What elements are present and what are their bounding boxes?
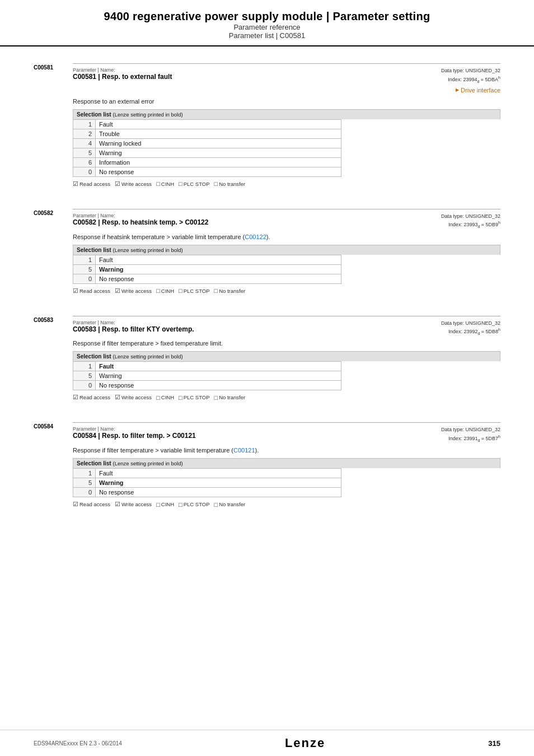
access-flag-label: No transfer — [219, 394, 245, 400]
drive-interface-link[interactable]: Drive interface — [73, 87, 500, 94]
row-label: Warning — [96, 371, 341, 381]
checkbox-unchecked-icon — [156, 287, 160, 294]
param-label-small: Parameter | Name: — [73, 320, 194, 325]
param-name: C00582 | Resp. to heatsink temp. > C0012… — [73, 218, 208, 226]
access-flag-label: No transfer — [219, 181, 245, 187]
row-label: Warning — [96, 148, 341, 157]
access-flag-label: No transfer — [219, 288, 245, 294]
access-flag-plc_stop: PLC STOP — [179, 180, 209, 187]
selection-table: 1Fault5Warning0No response — [73, 255, 341, 284]
access-flag-plc_stop: PLC STOP — [179, 501, 209, 508]
row-value: 1 — [73, 119, 96, 129]
access-flag-cinh: CINH — [156, 501, 174, 508]
checkbox-checked-icon — [73, 501, 78, 508]
checkbox-checked-icon — [115, 394, 120, 401]
access-flag-label: Write access — [121, 394, 152, 400]
row-value: 4 — [73, 138, 96, 148]
access-flag-cinh: CINH — [156, 287, 174, 294]
selection-list-header: Selection list (Lenze setting printed in… — [73, 109, 500, 119]
access-flag-label: Read access — [79, 501, 110, 507]
doc-id: EDS94ARNExxxx EN 2.3 - 06/2014 — [34, 740, 122, 746]
table-row: 5Warning — [73, 148, 341, 157]
selection-list-header: Selection list (Lenze setting printed in… — [73, 245, 500, 255]
row-label: Warning — [96, 264, 341, 274]
checkbox-unchecked-icon — [179, 287, 182, 294]
access-flag-label: PLC STOP — [184, 288, 210, 294]
access-flag-cinh: CINH — [156, 180, 174, 187]
selection-table: 1Fault2Trouble4Warning locked5Warning6In… — [73, 119, 341, 177]
row-label: No response — [96, 274, 341, 283]
access-flags: Read access Write access CINH PLC STOP N… — [73, 394, 500, 401]
param-data-type: Data type: UNSIGNED_32Index: 23991d = 5D… — [441, 426, 500, 444]
row-label: Trouble — [96, 129, 341, 138]
table-row: 0No response — [73, 381, 341, 390]
row-value: 1 — [73, 255, 96, 264]
row-value: 1 — [73, 469, 96, 478]
access-flags: Read access Write access CINH PLC STOP N… — [73, 501, 500, 508]
access-flag-label: PLC STOP — [184, 394, 210, 400]
page-number: 315 — [488, 739, 500, 748]
page-header: 9400 regenerative power supply module | … — [0, 0, 534, 46]
access-flag-read: Read access — [73, 501, 110, 508]
table-row: 5Warning — [73, 371, 341, 381]
table-row: 0No response — [73, 488, 341, 497]
table-row: 5Warning — [73, 478, 341, 488]
checkbox-unchecked-icon — [214, 394, 218, 401]
access-flag-label: Read access — [79, 288, 110, 294]
access-flag-write: Write access — [115, 394, 152, 401]
param-block-c00583: C00583Parameter | Name:C00583 | Resp. to… — [34, 316, 500, 407]
drive-interface-anchor[interactable]: Drive interface — [456, 87, 500, 94]
row-value: 5 — [73, 371, 96, 381]
param-content-c00581: Parameter | Name:C00581 | Resp. to exter… — [73, 63, 500, 188]
row-label: Fault — [96, 119, 341, 129]
access-flags: Read access Write access CINH PLC STOP N… — [73, 287, 500, 295]
access-flag-no_transfer: No transfer — [214, 180, 246, 187]
main-content: C00581Parameter | Name:C00581 | Resp. to… — [0, 63, 534, 552]
checkbox-unchecked-icon — [179, 501, 182, 508]
page-title: 9400 regenerative power supply module | … — [34, 10, 500, 23]
param-id-c00581: C00581 — [34, 63, 73, 188]
param-description: Response if filter temperature > variabl… — [73, 447, 500, 454]
access-flag-no_transfer: No transfer — [214, 394, 246, 401]
table-row: 1Fault — [73, 119, 341, 129]
selection-list-header: Selection list (Lenze setting printed in… — [73, 351, 500, 361]
row-value: 5 — [73, 148, 96, 157]
param-label-small: Parameter | Name: — [73, 426, 196, 432]
checkbox-unchecked-icon — [156, 394, 160, 401]
row-value: 0 — [73, 274, 96, 283]
table-row: 1Fault — [73, 469, 341, 478]
param-label-section: Parameter | Name:C00582 | Resp. to heats… — [73, 213, 208, 226]
access-flag-write: Write access — [115, 287, 152, 295]
checkbox-checked-icon — [115, 501, 120, 508]
row-value: 0 — [73, 488, 96, 497]
access-flag-no_transfer: No transfer — [214, 287, 246, 294]
param-label-small: Parameter | Name: — [73, 67, 172, 73]
access-flag-plc_stop: PLC STOP — [179, 287, 209, 294]
access-flag-label: PLC STOP — [184, 181, 210, 187]
param-link[interactable]: C00122 — [245, 234, 266, 240]
param-name: C00583 | Resp. to filter KTY overtemp. — [73, 325, 194, 333]
param-name: C00581 | Resp. to external fault — [73, 73, 172, 81]
access-flag-label: CINH — [161, 501, 174, 507]
table-row: 5Warning — [73, 264, 341, 274]
checkbox-checked-icon — [73, 287, 78, 295]
param-content-c00584: Parameter | Name:C00584 | Resp. to filte… — [73, 422, 500, 508]
param-header-row: Parameter | Name:C00584 | Resp. to filte… — [73, 426, 500, 444]
param-header-row: Parameter | Name:C00581 | Resp. to exter… — [73, 67, 500, 85]
access-flag-label: Write access — [121, 501, 152, 507]
access-flag-label: CINH — [161, 394, 174, 400]
selection-table: 1Fault5Warning0No response — [73, 361, 341, 390]
param-link[interactable]: C00121 — [233, 447, 255, 454]
param-block-c00582: C00582Parameter | Name:C00582 | Resp. to… — [34, 209, 500, 300]
param-id-c00582: C00582 — [34, 209, 73, 295]
row-label: Warning — [96, 478, 341, 488]
param-block-c00581: C00581Parameter | Name:C00581 | Resp. to… — [34, 63, 500, 193]
row-label: No response — [96, 488, 341, 497]
page-footer: EDS94ARNExxxx EN 2.3 - 06/2014 Lenze 315 — [0, 730, 534, 756]
row-value: 2 — [73, 129, 96, 138]
param-description: Response if filter temperature > fixed t… — [73, 340, 500, 347]
table-row: 1Fault — [73, 255, 341, 264]
param-label-small: Parameter | Name: — [73, 213, 208, 218]
selection-list-header: Selection list (Lenze setting printed in… — [73, 458, 500, 468]
checkbox-checked-icon — [73, 394, 78, 401]
